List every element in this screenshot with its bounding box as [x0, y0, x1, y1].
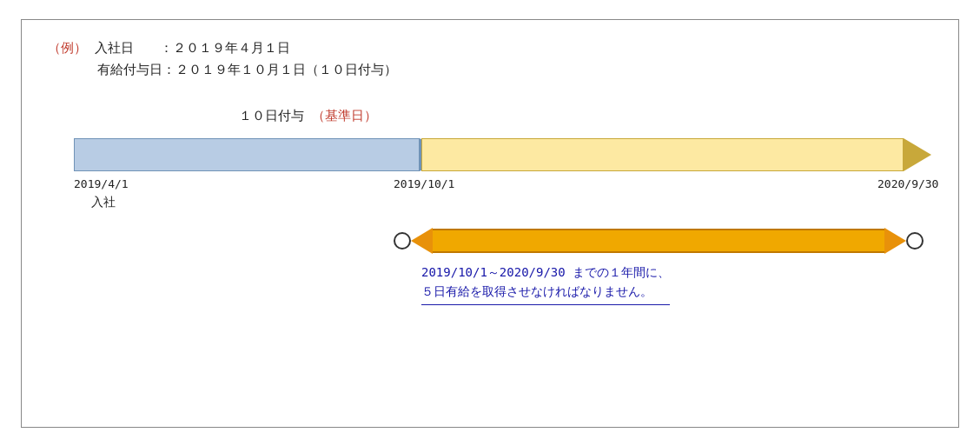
orange-arrow	[394, 225, 924, 256]
yellow-arrow	[421, 138, 934, 171]
date-start: 2019/4/1	[74, 177, 129, 190]
header-line1: 入社日 ：２０１９年４月１日	[95, 40, 290, 56]
blue-arrow-body	[74, 138, 420, 171]
circle-right	[906, 232, 924, 250]
arrow-label-text: １０日付与	[239, 108, 304, 123]
kijun-label: （基準日）	[312, 108, 377, 123]
main-container: （例） 入社日 ：２０１９年４月１日 有給付与日：２０１９年１０月１日（１０日付…	[21, 19, 959, 428]
desc-line2: ５日有給を取得させなければなりません。	[421, 282, 670, 301]
header-text: （例） 入社日 ：２０１９年４月１日 有給付与日：２０１９年１０月１日（１０日付…	[48, 37, 932, 82]
date-end: 2020/9/30	[877, 177, 938, 190]
yellow-arrow-head	[904, 138, 931, 171]
header-line2: 有給付与日：２０１９年１０月１日（１０日付与）	[97, 62, 397, 77]
orange-right-arrowhead	[884, 228, 906, 254]
arrow-label: １０日付与 （基準日）	[239, 108, 377, 124]
blue-arrow	[74, 138, 447, 171]
orange-left-arrowhead	[411, 228, 433, 254]
example-label: （例）	[48, 40, 87, 56]
circle-left	[394, 232, 411, 250]
date-mid: 2019/10/1	[394, 177, 454, 190]
desc-line1: 2019/10/1～2020/9/30 までの１年間に、	[421, 263, 670, 282]
orange-arrow-body	[433, 229, 884, 253]
diagram-area: １０日付与 （基準日） 2019/4/1 2019/10/1 2020/9/30…	[48, 108, 932, 369]
description-text: 2019/10/1～2020/9/30 までの１年間に、 ５日有給を取得させなけ…	[421, 263, 670, 306]
nyusha-label: 入社	[91, 195, 116, 210]
yellow-arrow-body	[421, 138, 904, 171]
